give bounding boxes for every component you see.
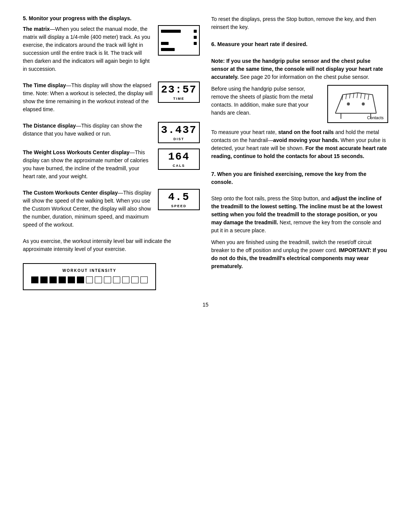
section7: 7. When you are finished exercising, rem… xyxy=(211,170,388,189)
speed-display: 4.5 SPEED xyxy=(158,189,200,210)
svg-point-10 xyxy=(362,102,365,105)
intensity-container: WORKOUT INTENSITY xyxy=(23,263,156,290)
matrix-section: The matrix—When you select the manual mo… xyxy=(23,25,200,76)
section6: 6. Measure your heart rate if desired. xyxy=(211,40,388,52)
speed-value: 4.5 xyxy=(168,192,190,203)
intensity-bars xyxy=(31,276,148,283)
time-sublabel: TIME xyxy=(173,97,185,101)
intensity-para: As you exercise, the workout intensity l… xyxy=(23,237,200,253)
cals-label: The Weight Loss Workouts Center display xyxy=(23,149,129,155)
page-number: 15 xyxy=(23,302,388,308)
intensity-bar-filled-1 xyxy=(31,276,38,283)
time-label: The Time display xyxy=(23,82,66,88)
measure-text1: To measure your heart rate, xyxy=(211,129,278,135)
matrix-text: —When you select the manual mode, the ma… xyxy=(23,26,150,72)
switch-text: When you are finished using the treadmil… xyxy=(211,238,388,270)
before-text: Before using the handgrip pulse sensor, … xyxy=(211,85,322,117)
matrix-display xyxy=(158,25,200,56)
matrix-row-3 xyxy=(161,42,197,45)
measure-bold2: avoid moving your hands. xyxy=(273,137,339,143)
cals-value: 164 xyxy=(168,152,190,162)
svg-point-9 xyxy=(347,102,350,105)
distance-section: The Distance display—This display can sh… xyxy=(23,122,200,143)
step-text1: Step onto the foot rails, press the Stop… xyxy=(211,195,331,201)
intensity-bar-filled-5 xyxy=(68,276,75,283)
section7-title-text: 7. When you are finished exercising, rem… xyxy=(211,171,366,185)
calories-display: 164 CALS xyxy=(158,149,200,170)
reset-text: To reset the displays, press the Stop bu… xyxy=(211,15,388,31)
note-text: Note: If you use the handgrip pulse sens… xyxy=(211,57,388,81)
time-value: 23:57 xyxy=(161,85,197,95)
matrix-seg xyxy=(194,36,197,39)
intensity-bar-empty-2 xyxy=(95,276,102,283)
section7-title: 7. When you are finished exercising, rem… xyxy=(211,170,388,186)
intensity-bar-empty-7 xyxy=(140,276,148,283)
matrix-seg xyxy=(161,30,181,33)
measure-bold1: stand on the foot rails xyxy=(278,129,334,135)
contacts-image: Contacts xyxy=(327,85,388,123)
section6-title: 6. Measure your heart rate if desired. xyxy=(211,40,388,49)
measure-text: To measure your heart rate, stand on the… xyxy=(211,128,388,160)
matrix-row-2 xyxy=(161,36,197,39)
speed-section: The Custom Workouts Center display—This … xyxy=(23,189,200,232)
matrix-label: The matrix xyxy=(23,26,50,32)
speed-label: The Custom Workouts Center display xyxy=(23,190,118,196)
dist-sublabel: DIST xyxy=(174,137,185,141)
calories-section: The Weight Loss Workouts Center display—… xyxy=(23,149,200,184)
section5-header: 5. Monitor your progress with the displa… xyxy=(23,15,200,25)
intensity-bar-empty-6 xyxy=(131,276,139,283)
matrix-seg xyxy=(161,48,175,51)
distance-display: 3.437 DIST xyxy=(158,122,200,143)
intensity-bar-empty-4 xyxy=(113,276,120,283)
matrix-seg xyxy=(194,42,197,45)
matrix-seg xyxy=(161,42,169,45)
time-display: 23:57 TIME xyxy=(158,81,200,103)
intensity-bar-filled-2 xyxy=(40,276,48,283)
contacts-label: Contacts xyxy=(367,115,384,120)
intensity-bar-empty-3 xyxy=(104,276,111,283)
intensity-title: WORKOUT INTENSITY xyxy=(31,268,148,273)
time-section: The Time display—This display will show … xyxy=(23,81,200,117)
step-text: Step onto the foot rails, press the Stop… xyxy=(211,195,388,235)
handgrip-section: Before using the handgrip pulse sensor, … xyxy=(211,85,388,123)
dist-value: 3.437 xyxy=(161,125,197,136)
intensity-bar-empty-5 xyxy=(122,276,129,283)
intensity-bar-filled-6 xyxy=(77,276,84,283)
note-extra: See page 20 for information on the chest… xyxy=(239,74,369,80)
matrix-seg xyxy=(194,30,197,33)
matrix-row-1 xyxy=(161,30,197,33)
dist-label: The Distance display xyxy=(23,123,76,129)
matrix-row-4 xyxy=(161,48,197,51)
intensity-bar-filled-4 xyxy=(59,276,66,283)
intensity-bar-filled-3 xyxy=(49,276,57,283)
cals-sublabel: CALS xyxy=(173,164,185,168)
speed-sublabel: SPEED xyxy=(171,204,187,208)
intensity-bar-empty-1 xyxy=(86,276,93,283)
